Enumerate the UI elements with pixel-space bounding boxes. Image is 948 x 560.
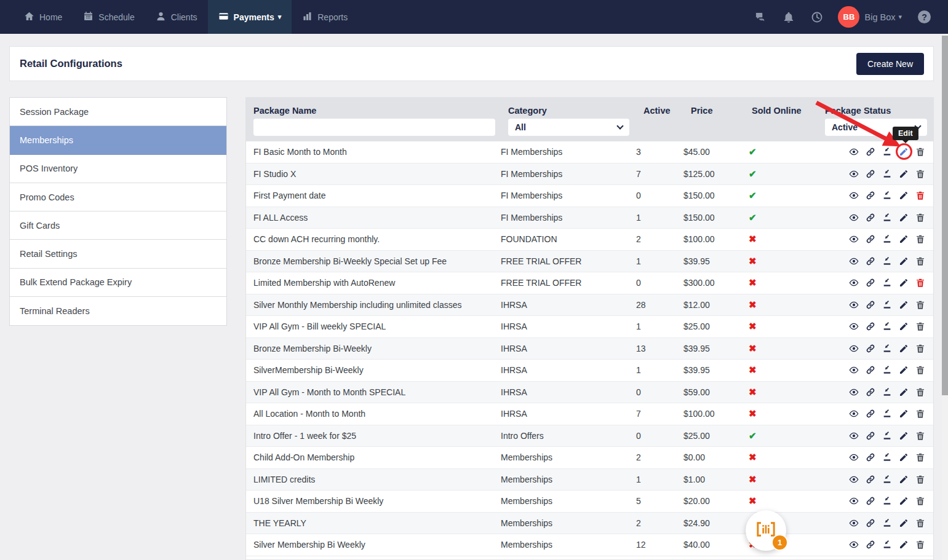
delete-icon[interactable] (915, 147, 925, 157)
edit-icon[interactable] (899, 365, 909, 375)
link-icon[interactable] (866, 278, 875, 288)
import-icon[interactable] (882, 321, 892, 331)
edit-icon[interactable] (899, 475, 909, 484)
link-icon[interactable] (866, 321, 875, 331)
view-icon[interactable] (849, 365, 859, 375)
bell-icon[interactable] (783, 11, 795, 23)
category-filter-select[interactable]: All (508, 119, 629, 136)
edit-icon[interactable] (899, 278, 909, 288)
delete-icon[interactable] (915, 234, 925, 244)
link-icon[interactable] (866, 169, 875, 179)
delete-icon[interactable] (915, 191, 925, 200)
nav-item-reports[interactable]: Reports (292, 0, 358, 34)
edit-icon[interactable] (899, 213, 909, 223)
delete-icon[interactable] (915, 540, 925, 550)
delete-icon[interactable] (915, 409, 925, 419)
link-icon[interactable] (866, 213, 875, 223)
link-icon[interactable] (866, 387, 875, 397)
view-icon[interactable] (849, 278, 859, 288)
link-icon[interactable] (866, 256, 875, 266)
edit-icon[interactable] (899, 431, 909, 441)
sidebar-item-session-package[interactable]: Session Package (10, 98, 226, 126)
import-icon[interactable] (882, 256, 892, 266)
link-icon[interactable] (866, 540, 875, 550)
nav-item-payments[interactable]: Payments ▾ (208, 0, 292, 34)
view-icon[interactable] (849, 234, 859, 244)
edit-icon[interactable] (899, 387, 909, 397)
link-icon[interactable] (866, 300, 875, 310)
delete-icon[interactable] (915, 365, 925, 375)
sidebar-item-retail-settings[interactable]: Retail Settings (10, 240, 226, 268)
view-icon[interactable] (849, 518, 859, 528)
chat-icon[interactable] (754, 11, 767, 23)
edit-icon[interactable] (899, 169, 909, 179)
link-icon[interactable] (866, 234, 875, 244)
edit-icon[interactable] (899, 321, 909, 331)
edit-icon[interactable] (899, 540, 909, 550)
import-icon[interactable] (882, 191, 892, 200)
import-icon[interactable] (882, 278, 892, 288)
sidebar-item-terminal-readers[interactable]: Terminal Readers (10, 297, 226, 325)
import-icon[interactable] (882, 365, 892, 375)
link-icon[interactable] (866, 344, 875, 353)
import-icon[interactable] (882, 234, 892, 244)
sidebar-item-promo-codes[interactable]: Promo Codes (10, 183, 226, 211)
edit-icon[interactable] (899, 300, 909, 310)
nav-item-home[interactable]: Home (14, 0, 73, 34)
link-icon[interactable] (866, 431, 875, 441)
nav-item-clients[interactable]: Clients (145, 0, 208, 34)
view-icon[interactable] (849, 191, 859, 200)
delete-icon[interactable] (915, 496, 925, 506)
delete-icon[interactable] (915, 169, 925, 179)
delete-icon[interactable] (915, 321, 925, 331)
edit-icon[interactable] (899, 344, 909, 353)
import-icon[interactable] (882, 452, 892, 462)
import-icon[interactable] (882, 475, 892, 484)
delete-icon[interactable] (915, 452, 925, 462)
link-icon[interactable] (866, 452, 875, 462)
edit-icon[interactable] (899, 518, 909, 528)
import-icon[interactable] (882, 387, 892, 397)
barcode-scanner-widget[interactable]: 1 (746, 510, 786, 551)
delete-icon[interactable] (915, 431, 925, 441)
view-icon[interactable] (849, 344, 859, 353)
import-icon[interactable] (882, 496, 892, 506)
help-icon[interactable]: ? (918, 10, 931, 23)
view-icon[interactable] (849, 256, 859, 266)
view-icon[interactable] (849, 431, 859, 441)
edit-icon[interactable] (899, 409, 909, 419)
package-status-filter-select[interactable]: Active (825, 119, 927, 136)
package-name-filter-input[interactable] (253, 119, 495, 136)
edit-icon[interactable] (899, 191, 909, 200)
link-icon[interactable] (866, 409, 875, 419)
vertical-scrollbar-thumb[interactable] (942, 36, 948, 395)
account-dropdown[interactable]: Big Box ▾ (864, 12, 902, 22)
link-icon[interactable] (866, 147, 875, 157)
delete-icon[interactable] (915, 344, 925, 353)
import-icon[interactable] (882, 300, 892, 310)
import-icon[interactable] (882, 409, 892, 419)
sidebar-item-bulk-extend-package-expiry[interactable]: Bulk Extend Package Expiry (10, 269, 226, 297)
import-icon[interactable] (882, 169, 892, 179)
link-icon[interactable] (866, 496, 875, 506)
edit-icon[interactable] (899, 147, 909, 157)
nav-item-schedule[interactable]: Schedule (73, 0, 145, 34)
import-icon[interactable] (882, 518, 892, 528)
view-icon[interactable] (849, 387, 859, 397)
view-icon[interactable] (849, 321, 859, 331)
edit-icon[interactable] (899, 256, 909, 266)
edit-icon[interactable] (899, 452, 909, 462)
sidebar-item-gift-cards[interactable]: Gift Cards (10, 211, 226, 240)
delete-icon[interactable] (915, 213, 925, 223)
vertical-scrollbar-track[interactable] (942, 34, 948, 560)
avatar[interactable]: BB (838, 6, 859, 28)
sidebar-item-pos-inventory[interactable]: POS Inventory (10, 155, 226, 183)
import-icon[interactable] (882, 344, 892, 353)
edit-icon[interactable] (899, 234, 909, 244)
link-icon[interactable] (866, 475, 875, 484)
delete-icon[interactable] (915, 300, 925, 310)
link-icon[interactable] (866, 365, 875, 375)
delete-icon[interactable] (915, 475, 925, 484)
view-icon[interactable] (849, 213, 859, 223)
delete-icon[interactable] (915, 256, 925, 266)
